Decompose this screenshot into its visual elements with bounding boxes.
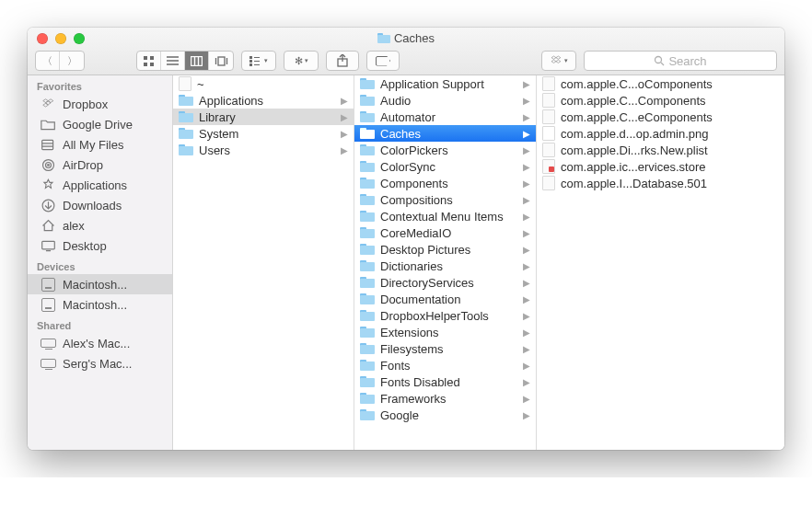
file-name: com.apple.C...Components bbox=[561, 94, 781, 108]
file-row[interactable]: Google▶ bbox=[354, 407, 536, 423]
folder-icon bbox=[360, 260, 375, 271]
list-view-button[interactable] bbox=[161, 52, 185, 70]
arrange-button[interactable]: ▾ bbox=[242, 52, 275, 70]
file-row[interactable]: System▶ bbox=[173, 125, 354, 142]
file-row[interactable]: DropboxHelperTools▶ bbox=[354, 307, 536, 324]
file-row[interactable]: Components▶ bbox=[354, 175, 536, 191]
arrange-button-group: ▾ bbox=[241, 51, 276, 71]
file-row[interactable]: CoreMediaIO▶ bbox=[354, 224, 536, 241]
file-row[interactable]: ~ bbox=[173, 75, 354, 92]
svg-rect-15 bbox=[249, 63, 252, 66]
file-row[interactable]: Dictionaries▶ bbox=[354, 258, 536, 274]
file-row[interactable]: Application Support▶ bbox=[354, 75, 536, 92]
folder-icon bbox=[360, 161, 375, 172]
chevron-right-icon: ▶ bbox=[523, 145, 532, 155]
coverflow-view-button[interactable] bbox=[209, 52, 233, 70]
dropbox-toolbar-button[interactable]: ▾ bbox=[542, 52, 575, 70]
traffic-lights bbox=[37, 33, 85, 44]
tags-button[interactable] bbox=[366, 51, 400, 71]
svg-rect-3 bbox=[150, 63, 154, 66]
file-row[interactable]: Documentation▶ bbox=[354, 291, 536, 307]
sidebar-item-label: Dropbox bbox=[63, 98, 108, 111]
chevron-right-icon: ▶ bbox=[523, 294, 532, 304]
document-icon bbox=[542, 93, 555, 108]
file-row[interactable]: com.apple.C...oComponents bbox=[537, 75, 784, 92]
sidebar-item-macintosh-[interactable]: Macintosh... bbox=[28, 274, 172, 294]
file-name: DropboxHelperTools bbox=[380, 309, 517, 323]
folder-icon bbox=[360, 144, 375, 155]
file-row[interactable]: Library▶ bbox=[173, 109, 354, 125]
forward-button[interactable]: 〉 bbox=[60, 52, 84, 70]
sidebar-item-label: Desktop bbox=[63, 239, 107, 253]
titlebar: Caches 〈 〉 bbox=[28, 28, 784, 75]
column-view-button[interactable] bbox=[185, 52, 209, 70]
folder-icon bbox=[179, 144, 193, 155]
icon-view-button[interactable] bbox=[137, 52, 161, 70]
minimize-button[interactable] bbox=[55, 33, 66, 44]
chevron-right-icon: ▶ bbox=[523, 79, 532, 89]
file-name: Frameworks bbox=[380, 392, 517, 406]
file-row[interactable]: Fonts Disabled▶ bbox=[354, 373, 536, 390]
columns: ~Applications▶Library▶System▶Users▶Appli… bbox=[173, 75, 784, 450]
sidebar-item-label: Applications bbox=[63, 178, 127, 192]
downloads-icon bbox=[41, 199, 56, 212]
file-name: Contextual Menu Items bbox=[380, 210, 517, 224]
file-name: com.apple.I...Database.501 bbox=[561, 177, 781, 190]
back-button[interactable]: 〈 bbox=[36, 52, 60, 70]
chevron-right-icon: ▶ bbox=[523, 178, 532, 189]
file-row[interactable]: Fonts▶ bbox=[354, 357, 536, 373]
file-row[interactable]: Compositions▶ bbox=[354, 191, 536, 208]
fullscreen-button[interactable] bbox=[74, 33, 85, 44]
file-row[interactable]: Automator▶ bbox=[354, 109, 536, 125]
sidebar-item-all-my-files[interactable]: All My Files bbox=[28, 134, 172, 155]
chevron-right-icon: ▶ bbox=[523, 410, 532, 420]
chevron-right-icon: ▶ bbox=[523, 311, 532, 321]
sidebar-item-dropbox[interactable]: Dropbox bbox=[28, 94, 172, 114]
file-row[interactable]: com.apple.C...eComponents bbox=[537, 109, 784, 125]
close-button[interactable] bbox=[37, 33, 48, 44]
file-row[interactable]: com.apple.ic...ervices.store bbox=[537, 158, 784, 175]
chevron-right-icon: ▶ bbox=[523, 278, 532, 288]
file-row[interactable]: com.apple.d...op.admin.png bbox=[537, 125, 784, 142]
file-row[interactable]: Desktop Pictures▶ bbox=[354, 241, 536, 258]
file-row[interactable]: Frameworks▶ bbox=[354, 390, 536, 407]
search-icon bbox=[654, 55, 665, 66]
sidebar-item-applications[interactable]: Applications bbox=[28, 175, 172, 195]
file-row[interactable]: Audio▶ bbox=[354, 92, 536, 109]
sidebar-item-label: Alex's Mac... bbox=[63, 337, 130, 350]
svg-rect-7 bbox=[191, 56, 203, 65]
sidebar-item-airdrop[interactable]: AirDrop bbox=[28, 155, 172, 175]
sidebar-item-google-drive[interactable]: Google Drive bbox=[28, 114, 172, 134]
sidebar-item-alex-s-mac-[interactable]: Alex's Mac... bbox=[28, 333, 172, 353]
file-row[interactable]: ColorPickers▶ bbox=[354, 142, 536, 158]
file-row[interactable]: DirectoryServices▶ bbox=[354, 274, 536, 291]
file-row[interactable]: Filesystems▶ bbox=[354, 340, 536, 357]
sidebar-item-downloads[interactable]: Downloads bbox=[28, 195, 172, 215]
action-button[interactable]: ✻▾ bbox=[284, 52, 318, 70]
file-row[interactable]: com.apple.Di...rks.New.plist bbox=[537, 142, 784, 158]
file-row[interactable]: com.apple.I...Database.501 bbox=[537, 175, 784, 191]
file-row[interactable]: Users▶ bbox=[173, 142, 354, 158]
column-2[interactable]: Application Support▶Audio▶Automator▶Cach… bbox=[354, 75, 537, 450]
sidebar-item-desktop[interactable]: Desktop bbox=[28, 235, 172, 256]
remote-icon bbox=[41, 337, 56, 350]
window-title-text: Caches bbox=[394, 31, 435, 45]
sidebar-item-macintosh-[interactable]: Macintosh... bbox=[28, 294, 172, 315]
column-1[interactable]: ~Applications▶Library▶System▶Users▶ bbox=[173, 75, 354, 450]
file-row[interactable]: ColorSync▶ bbox=[354, 158, 536, 175]
file-name: System bbox=[199, 127, 335, 141]
sidebar-item-serg-s-mac-[interactable]: Serg's Mac... bbox=[28, 353, 172, 373]
sidebar-item-alex[interactable]: alex bbox=[28, 215, 172, 235]
file-row[interactable]: Contextual Menu Items▶ bbox=[354, 208, 536, 224]
file-row[interactable]: com.apple.C...Components bbox=[537, 92, 784, 109]
file-row[interactable]: Extensions▶ bbox=[354, 324, 536, 340]
file-name: Google bbox=[380, 408, 517, 422]
file-row[interactable]: Applications▶ bbox=[173, 92, 354, 109]
share-button[interactable] bbox=[326, 51, 359, 71]
file-row[interactable]: Caches▶ bbox=[354, 125, 536, 142]
file-name: Dictionaries bbox=[380, 259, 517, 273]
file-name: CoreMediaIO bbox=[380, 226, 517, 240]
search-field[interactable]: Search bbox=[584, 51, 777, 71]
column-3[interactable]: com.apple.C...oComponentscom.apple.C...C… bbox=[537, 75, 784, 450]
file-name: ColorSync bbox=[380, 160, 517, 174]
